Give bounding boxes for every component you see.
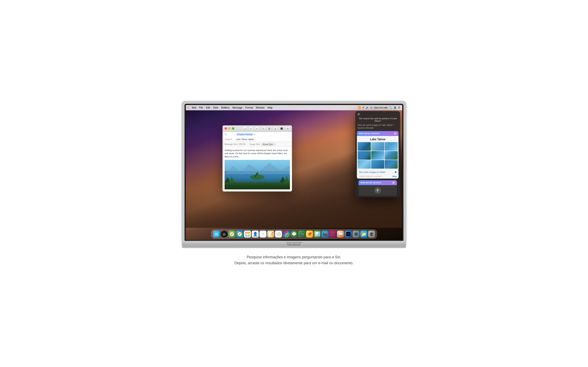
subject-value[interactable]: Lake Tahoe sights xyxy=(236,138,254,141)
menu-format[interactable]: Format xyxy=(245,106,253,109)
to-dropdown-icon[interactable]: ▾ xyxy=(254,133,255,135)
caption-line1: Pesquise informações e imagens perguntan… xyxy=(234,254,354,260)
mail-fields: To: Charles Parrish ▾ Subject: Lake Taho… xyxy=(223,132,292,142)
reminders-icon-text: ⚪ xyxy=(276,232,281,236)
messages-icon-text: 💬 xyxy=(292,232,297,236)
image-thumb-2[interactable] xyxy=(371,142,384,151)
dock-reminders-icon[interactable]: ⚪ xyxy=(275,231,282,238)
dock-numbers-icon[interactable]: 📊 xyxy=(314,231,321,238)
macbook-lid:  Mail File Edit View Mailbox Message Fo… xyxy=(182,101,406,242)
macbook-notch xyxy=(286,242,302,243)
bluetooth-icon: ✳ xyxy=(362,106,364,109)
keynote-icon-text: 🎬 xyxy=(323,232,328,236)
to-value[interactable]: Charles Parrish xyxy=(236,133,254,136)
subject-field-row: Subject: Lake Tahoe sights xyxy=(223,137,292,142)
siri-card-close-button[interactable]: ✕ xyxy=(394,132,397,135)
menu-help[interactable]: Help xyxy=(268,106,273,109)
menubar:  Mail File Edit View Mailbox Message Fo… xyxy=(186,105,402,110)
to-label: To: xyxy=(225,133,236,136)
sysprefs-icon-text: ⚙ xyxy=(354,232,358,236)
image-thumb-8[interactable] xyxy=(371,160,384,169)
siri-close-button[interactable]: ✕ xyxy=(357,113,360,116)
dock-finder-icon[interactable] xyxy=(213,231,220,238)
dock-books-icon[interactable]: 📖 xyxy=(337,231,344,238)
image-thumb-3[interactable] xyxy=(385,142,398,151)
undo-button[interactable]: ↩ xyxy=(255,126,259,131)
dock-keynote-icon[interactable]: 🎬 xyxy=(321,231,329,238)
macbook-base: MacBook xyxy=(182,242,406,247)
siri-web-image-card: WEB IMAGE SEARCH ✕ Lake Tahoe xyxy=(357,131,398,179)
menu-message[interactable]: Message xyxy=(232,106,242,109)
svg-point-13 xyxy=(216,234,218,235)
dock-photos-icon[interactable]: 🌈 xyxy=(283,231,290,238)
window-close-button[interactable] xyxy=(225,127,227,130)
dock-iphoto-icon[interactable]: 🌅 xyxy=(244,231,251,238)
dock-contacts-icon[interactable]: 👤 xyxy=(252,231,259,238)
window-maximize-button[interactable] xyxy=(232,127,234,130)
menu-edit[interactable]: Edit xyxy=(206,106,210,109)
iphoto-icon-text: 🌅 xyxy=(245,232,250,236)
siri-icon: ◎ xyxy=(370,106,372,109)
mic-icon: 🎙 xyxy=(376,189,379,192)
menu-mail[interactable]: Mail xyxy=(192,106,196,109)
actual-size-button[interactable]: Actual Size xyxy=(261,143,274,146)
menu-file[interactable]: File xyxy=(199,106,203,109)
image-thumb-6[interactable] xyxy=(385,151,398,160)
dock-sysprefs-icon[interactable]: ⚙ xyxy=(353,231,360,238)
see-more-link[interactable]: See more images in Safari xyxy=(359,171,385,173)
image-thumb-7[interactable] xyxy=(358,160,371,169)
menu-icon[interactable]: ☰ xyxy=(398,106,400,109)
see-more-row: See more images in Safari xyxy=(357,169,398,175)
mail-body[interactable]: Getting excited for our summer adventure… xyxy=(223,147,292,192)
message-size-value: 988 KB xyxy=(239,143,246,145)
image-thumb-9[interactable] xyxy=(385,160,398,169)
siri-icon-text: ◎ xyxy=(223,232,226,236)
dock-itunes-icon[interactable]: 🎵 xyxy=(329,231,336,238)
menu-window[interactable]: Window xyxy=(256,106,265,109)
dock-appstore-icon[interactable]: 🅰 xyxy=(345,231,352,238)
siri-panel: ✕ "Siri search the web for photos of Lak… xyxy=(355,111,400,197)
photo2-button[interactable]: ⬛ xyxy=(279,126,284,131)
dock-safari-icon[interactable]: 🧭 xyxy=(236,231,243,238)
copyright-text: Images subject to copyright. xyxy=(359,175,382,177)
window-minimize-button[interactable] xyxy=(228,127,231,130)
siri-card2-close[interactable]: ● xyxy=(392,181,395,184)
menubar-left:  Mail File Edit View Mailbox Message Fo… xyxy=(188,106,272,109)
to-field-row: To: Charles Parrish ▾ xyxy=(223,132,292,137)
mic-button[interactable]: 🎙 xyxy=(374,187,381,194)
dock-facetime-icon[interactable]: 📹 xyxy=(298,231,305,238)
numbers-icon-text: 📊 xyxy=(315,232,320,236)
menu-mailbox[interactable]: Mailbox xyxy=(221,106,229,109)
notes-icon-text: 📝 xyxy=(268,232,273,236)
caption: Pesquise informações e imagens perguntan… xyxy=(234,254,354,266)
back-button[interactable]: ◁ xyxy=(242,126,247,131)
dock-siri-icon[interactable]: ◎ xyxy=(221,231,228,238)
dock-messages-icon[interactable]: 💬 xyxy=(291,231,297,238)
dock-trash-icon[interactable]: 🗑 xyxy=(368,231,375,238)
dock-notes-icon[interactable]: 📝 xyxy=(267,231,274,238)
dock-calendar-icon[interactable]: 7 xyxy=(259,231,267,238)
more-button[interactable]: ⊟ xyxy=(285,126,290,131)
dock-finder2-icon[interactable]: 📁 xyxy=(360,231,367,238)
list-button[interactable]: ≡ xyxy=(249,126,253,131)
image-thumb-4[interactable] xyxy=(358,151,371,160)
photo-button[interactable]: 🖼 xyxy=(267,126,272,131)
font-button[interactable]: A xyxy=(273,126,278,131)
image-thumb-5[interactable] xyxy=(371,151,384,160)
macbook-feet xyxy=(182,247,406,248)
siri-response-text: Here are some images of 'Lake Tahoe' I f… xyxy=(355,124,400,131)
mail-body-text: Getting excited for our summer adventure… xyxy=(225,149,290,158)
attach-button[interactable]: 📎 xyxy=(261,126,265,131)
search-icon[interactable]: 🔍 xyxy=(389,106,392,109)
siri-card-label: WEB IMAGE SEARCH xyxy=(359,133,380,134)
menu-view[interactable]: View xyxy=(213,106,218,109)
dock-stickies-icon[interactable]: 📌 xyxy=(306,231,313,238)
image-thumb-1[interactable] xyxy=(358,142,371,151)
finder-svg xyxy=(214,232,219,236)
desktop-background:  Mail File Edit View Mailbox Message Fo… xyxy=(186,105,402,240)
photos-icon-text: 🌈 xyxy=(285,233,288,236)
dropdown-arrow-icon[interactable]: ▾ xyxy=(275,143,276,145)
books-icon-text: 📖 xyxy=(338,232,343,236)
caption-line2: Depois, arraste os resultados diretament… xyxy=(234,260,354,266)
dock-maps-icon[interactable]: 🧭 xyxy=(228,231,235,238)
